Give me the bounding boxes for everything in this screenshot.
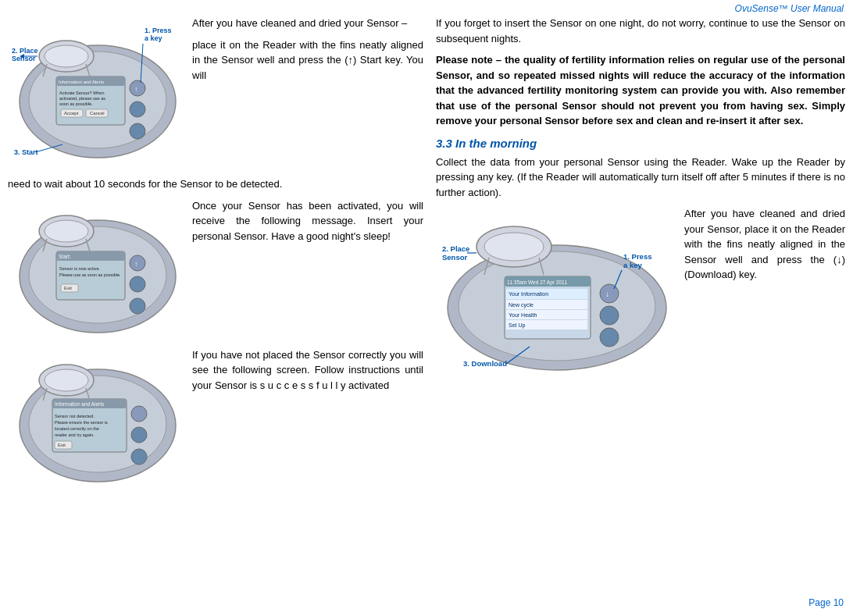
svg-text:Your Health: Your Health xyxy=(509,312,537,318)
svg-text:Exit: Exit xyxy=(58,443,66,447)
svg-text:Sensor: Sensor xyxy=(442,253,468,262)
place-sensor-label-1: 2. Place xyxy=(12,47,38,55)
svg-text:located correctly on the: located correctly on the xyxy=(55,426,99,431)
device-3-text: If you have not placed the Sensor correc… xyxy=(187,347,423,400)
device-1-wrap: Information and Alerts Activate Sensor? … xyxy=(8,16,187,172)
device-4-wrap: 11:35am Wed 27 Apr 2011 Your Information… xyxy=(436,206,678,378)
section-heading-3-3: 3.3 In the morning xyxy=(436,137,845,150)
svg-text:3. Download: 3. Download xyxy=(463,359,507,368)
device-4-text: After you have cleaned and dried your Se… xyxy=(678,206,845,289)
device-2-wrap: Start: Sensor is now active. Please use … xyxy=(8,198,187,343)
svg-text:Information and Alerts: Information and Alerts xyxy=(55,401,105,407)
svg-text:↑: ↑ xyxy=(134,260,138,268)
svg-point-15 xyxy=(130,123,145,139)
svg-text:Sensor is now active.: Sensor is now active. xyxy=(59,266,100,271)
svg-point-54 xyxy=(131,406,147,422)
svg-point-58 xyxy=(45,369,88,391)
svg-text:Start:: Start: xyxy=(59,254,71,259)
right-column: If you forget to insert the Sensor on on… xyxy=(430,16,845,497)
device-2-svg: Start: Sensor is now active. Please use … xyxy=(8,198,187,343)
device-1-svg: Information and Alerts Activate Sensor? … xyxy=(8,16,187,172)
device-4-svg: 11:35am Wed 27 Apr 2011 Your Information… xyxy=(436,206,678,378)
right-para-3: Collect the data from your personal Sens… xyxy=(436,155,845,201)
svg-text:Your Information: Your Information xyxy=(509,291,548,297)
svg-point-14 xyxy=(130,101,145,117)
svg-text:Cancel: Cancel xyxy=(90,111,105,116)
svg-point-37 xyxy=(130,276,145,292)
svg-text:1. Press: 1. Press xyxy=(145,27,172,34)
svg-text:11:35am Wed 27 Apr 2011: 11:35am Wed 27 Apr 2011 xyxy=(507,280,568,286)
device-3-wrap: Information and Alerts Sensor not detect… xyxy=(8,347,187,492)
header-title: OvuSense™ User Manual xyxy=(735,3,844,14)
svg-point-38 xyxy=(130,298,145,314)
svg-text:Set Up: Set Up xyxy=(509,322,526,329)
device-2-text: Once your Sensor has been activated, you… xyxy=(187,198,423,251)
svg-text:Exit: Exit xyxy=(64,286,72,290)
svg-text:Accept: Accept xyxy=(64,111,79,116)
device-3-section: Information and Alerts Sensor not detect… xyxy=(8,347,423,492)
svg-text:↓: ↓ xyxy=(605,290,609,298)
top-device-text: After you have cleaned and dried your Se… xyxy=(187,16,423,89)
left-column: Information and Alerts Activate Sensor? … xyxy=(8,16,430,497)
top-text-para: After you have cleaned and dried your Se… xyxy=(192,16,423,31)
top-device-section: Information and Alerts Activate Sensor? … xyxy=(8,16,423,172)
svg-point-17 xyxy=(45,45,88,67)
footer: Page 10 xyxy=(0,594,853,611)
svg-point-56 xyxy=(131,449,147,465)
top-text-para2: place it on the Reader with the fins nea… xyxy=(192,37,423,84)
device-4-section: 11:35am Wed 27 Apr 2011 Your Information… xyxy=(436,206,845,378)
svg-text:activated, please use as: activated, please use as xyxy=(59,96,105,101)
continuation-text: need to wait about 10 seconds for the Se… xyxy=(8,176,423,192)
svg-point-74 xyxy=(600,284,619,303)
svg-text:reader and try again.: reader and try again. xyxy=(55,433,95,437)
svg-point-40 xyxy=(45,220,88,242)
svg-text:soon as possible.: soon as possible. xyxy=(59,101,93,106)
svg-point-55 xyxy=(131,427,147,443)
svg-text:New cycle: New cycle xyxy=(509,302,534,308)
svg-text:1. Press: 1. Press xyxy=(623,252,651,261)
svg-point-76 xyxy=(600,306,619,325)
svg-text:a key: a key xyxy=(623,261,642,269)
svg-point-79 xyxy=(484,233,544,261)
svg-text:Activate Sensor? When: Activate Sensor? When xyxy=(59,91,104,95)
svg-text:Please ensure the sensor is: Please ensure the sensor is xyxy=(55,420,108,425)
svg-text:Sensor not detected.: Sensor not detected. xyxy=(55,414,95,418)
right-para-1: If you forget to insert the Sensor on on… xyxy=(436,16,845,46)
right-para-bold: Please note – the quality of fertility i… xyxy=(436,52,845,129)
device-2-section: Start: Sensor is now active. Please use … xyxy=(8,198,423,343)
svg-text:2. Place: 2. Place xyxy=(442,244,469,253)
svg-text:↑: ↑ xyxy=(134,85,138,93)
start-label: 3. Start xyxy=(14,148,38,156)
page-number: Page 10 xyxy=(808,597,844,608)
device-3-svg: Information and Alerts Sensor not detect… xyxy=(8,347,187,492)
svg-text:Please use as soon as possible: Please use as soon as possible. xyxy=(59,272,121,277)
header: OvuSense™ User Manual xyxy=(0,0,853,16)
svg-text:Information and Alerts: Information and Alerts xyxy=(59,80,104,84)
svg-point-77 xyxy=(600,328,619,347)
svg-text:a key: a key xyxy=(145,34,162,42)
